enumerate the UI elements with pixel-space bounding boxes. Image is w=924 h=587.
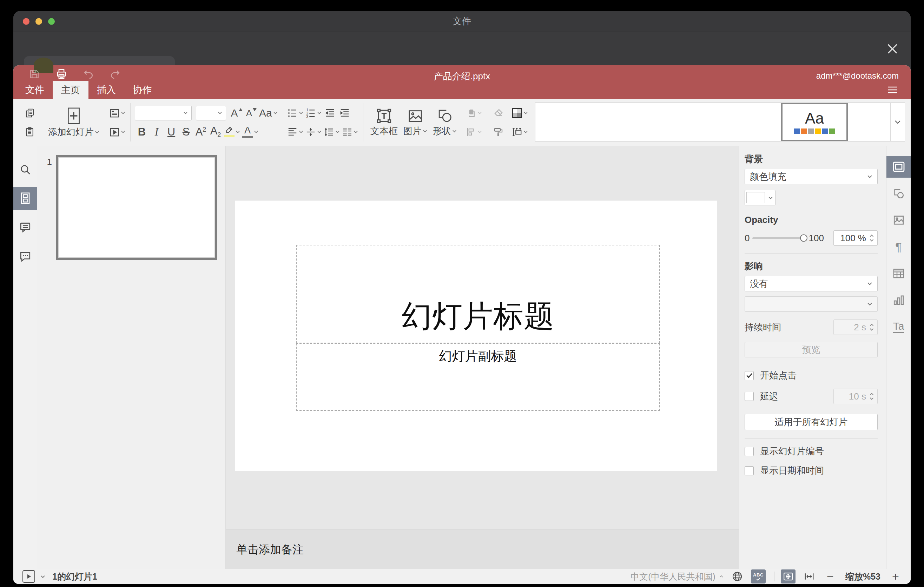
superscript-button[interactable]: A2: [194, 124, 208, 140]
theme-option-selected[interactable]: Aa: [781, 103, 848, 141]
opacity-input[interactable]: 100 %: [833, 230, 878, 246]
slides-panel-button[interactable]: [13, 187, 37, 210]
theme-option[interactable]: [699, 103, 781, 141]
background-color-picker[interactable]: [744, 190, 776, 205]
close-traffic-light[interactable]: [23, 18, 30, 25]
align-objects-button[interactable]: [465, 124, 483, 140]
horizontal-align-button[interactable]: [287, 124, 304, 140]
increase-indent-button[interactable]: [338, 105, 352, 121]
tab-file[interactable]: 文件: [17, 81, 53, 99]
font-color-button[interactable]: A: [241, 124, 259, 140]
italic-button[interactable]: I: [150, 124, 163, 140]
delay-checkbox[interactable]: [744, 392, 754, 401]
chevron-down-icon: [894, 120, 901, 124]
document-language-button[interactable]: [730, 569, 744, 584]
slide-thumbnail[interactable]: [56, 155, 217, 260]
paste-button[interactable]: [21, 124, 39, 140]
spinner-arrows-icon[interactable]: [869, 233, 874, 243]
start-on-click-checkbox-checked[interactable]: [744, 371, 754, 380]
show-date-time-checkbox[interactable]: [744, 466, 754, 475]
strikethrough-button[interactable]: S: [179, 124, 193, 140]
show-slide-number-checkbox[interactable]: [744, 447, 754, 456]
insert-textbox-button[interactable]: 文本框: [368, 108, 401, 137]
clear-style-button[interactable]: [492, 105, 505, 121]
font-size-select[interactable]: [196, 106, 226, 120]
table-settings-tab[interactable]: [886, 262, 911, 284]
change-case-button[interactable]: Aa: [259, 105, 278, 121]
close-dialog-button[interactable]: [884, 40, 901, 57]
subscript-button[interactable]: A2: [208, 124, 223, 140]
slide-settings-icon: [893, 161, 905, 172]
underline-button[interactable]: U: [164, 124, 178, 140]
background-fill-select[interactable]: 颜色填充: [744, 169, 878, 184]
chevron-down-icon[interactable]: [40, 575, 45, 578]
minimize-traffic-light[interactable]: [35, 18, 42, 25]
start-slideshow-button[interactable]: [109, 124, 126, 140]
slide-size-button[interactable]: [511, 124, 529, 140]
theme-option[interactable]: [535, 103, 617, 141]
chart-settings-tab[interactable]: [886, 289, 911, 311]
zoom-out-button[interactable]: −: [824, 571, 836, 582]
arrange-button[interactable]: [465, 105, 483, 121]
search-icon: [19, 163, 31, 176]
insert-shape-button[interactable]: 形状: [430, 108, 460, 137]
fit-to-width-button[interactable]: [802, 569, 817, 584]
start-preview-button[interactable]: [23, 570, 35, 583]
copy-style-button[interactable]: [492, 124, 505, 140]
theme-option[interactable]: [848, 103, 891, 141]
image-settings-tab[interactable]: [886, 209, 911, 231]
opacity-slider-knob[interactable]: [800, 234, 807, 242]
decrease-indent-button[interactable]: [323, 105, 337, 121]
tab-insert[interactable]: 插入: [89, 81, 124, 99]
change-layout-button[interactable]: [109, 105, 126, 121]
title-placeholder[interactable]: 幻灯片标题: [296, 245, 660, 343]
theme-gallery-expand-button[interactable]: [891, 103, 905, 141]
copy-button[interactable]: [21, 105, 39, 121]
notes-area[interactable]: 单击添加备注: [226, 529, 739, 569]
menu-tab-row: 文件 主页 插入 协作: [13, 81, 911, 99]
tab-collaboration[interactable]: 协作: [124, 81, 160, 99]
fit-to-slide-button[interactable]: [781, 569, 795, 584]
chevron-down-icon: [299, 130, 303, 134]
print-button[interactable]: [56, 68, 68, 80]
bullets-button[interactable]: [287, 105, 304, 121]
fill-color-icon: [512, 108, 522, 118]
line-spacing-button[interactable]: [323, 124, 340, 140]
decrease-font-button[interactable]: A: [244, 105, 258, 121]
paragraph-settings-tab[interactable]: ¶: [886, 236, 911, 258]
highlight-color-button[interactable]: [223, 124, 241, 140]
theme-swatch: [801, 129, 807, 134]
shape-settings-tab[interactable]: [886, 183, 911, 204]
zoom-in-button[interactable]: +: [889, 571, 901, 582]
slide-settings-tab[interactable]: [886, 156, 911, 178]
numbering-button[interactable]: 123: [305, 105, 322, 121]
bold-button[interactable]: B: [135, 124, 149, 140]
opacity-slider[interactable]: [752, 237, 804, 239]
increase-font-button[interactable]: A: [229, 105, 244, 121]
vertical-align-button[interactable]: [305, 124, 322, 140]
save-button[interactable]: [29, 68, 40, 80]
text-art-settings-tab[interactable]: Ta: [886, 316, 911, 338]
redo-button[interactable]: [109, 68, 121, 80]
theme-option[interactable]: [617, 103, 699, 141]
slide-counter: 1的幻灯片1: [52, 571, 97, 582]
tab-home[interactable]: 主页: [53, 81, 89, 99]
subtitle-placeholder[interactable]: 幻灯片副标题: [296, 343, 660, 411]
add-slide-button[interactable]: 添加幻灯片: [45, 107, 102, 139]
font-name-select[interactable]: [135, 106, 192, 120]
spellcheck-button[interactable]: ABC: [751, 569, 766, 584]
slide-canvas[interactable]: 幻灯片标题 幻灯片副标题: [235, 200, 717, 471]
slide-background-button[interactable]: [511, 105, 529, 121]
view-settings-button[interactable]: [888, 86, 898, 94]
insert-image-button[interactable]: 图片: [401, 108, 430, 137]
zoom-traffic-light[interactable]: [48, 18, 55, 25]
columns-button[interactable]: [341, 124, 359, 140]
undo-button[interactable]: [83, 68, 94, 80]
search-button[interactable]: [13, 158, 37, 181]
effect-select[interactable]: 没有: [744, 276, 878, 292]
paint-roller-icon: [493, 127, 504, 137]
comments-button[interactable]: [13, 216, 37, 239]
apply-to-all-slides-button[interactable]: 适用于所有幻灯片: [744, 414, 878, 430]
language-selector[interactable]: 中文(中华人民共和国): [630, 571, 724, 582]
chat-button[interactable]: [13, 244, 37, 267]
